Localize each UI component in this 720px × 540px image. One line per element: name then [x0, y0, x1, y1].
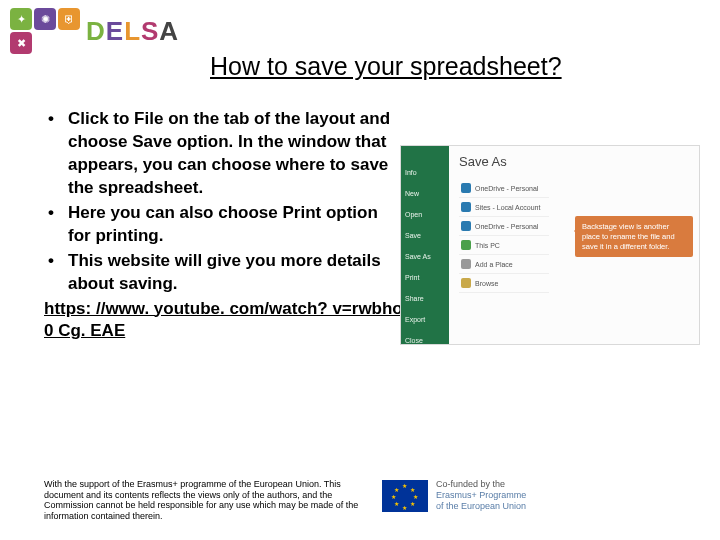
cloud-icon [461, 221, 471, 231]
star-icon: ★ [402, 504, 407, 511]
eu-cofunded-block: ★ ★ ★ ★ ★ ★ ★ ★ Co-funded by the Erasmus… [382, 479, 526, 513]
logo-letter-e: E [106, 16, 124, 46]
folder-icon [461, 278, 471, 288]
puzzle-icon: ✦ [10, 8, 32, 30]
sidebar-item-share: Share [401, 292, 449, 305]
content-block: Click to File on the tab of the layout a… [44, 108, 404, 343]
star-icon: ★ [410, 500, 415, 507]
sidebar-item-new: New [401, 187, 449, 200]
disclaimer-text: With the support of the Erasmus+ program… [44, 479, 364, 522]
save-entry-thispc: This PC [459, 236, 549, 255]
logo-letter-l: L [124, 16, 141, 46]
save-entry-label: Add a Place [475, 261, 513, 268]
excel-sidebar: Info New Open Save Save As Print Share E… [401, 146, 449, 344]
sidebar-item-print: Print [401, 271, 449, 284]
bullet-2: Here you can also choose Print option fo… [44, 202, 404, 248]
logo-text: DELSA [86, 16, 179, 47]
star-icon: ★ [391, 493, 396, 500]
sidebar-item-export: Export [401, 313, 449, 326]
excel-save-as-screenshot: Info New Open Save Save As Print Share E… [400, 145, 700, 345]
backstage-callout: Backstage view is another place to renam… [575, 216, 693, 257]
star-icon: ★ [402, 482, 407, 489]
save-entry-label: OneDrive - Personal [475, 223, 538, 230]
save-entry-label: Browse [475, 280, 498, 287]
youtube-link[interactable]: https: //www. youtube. com/watch? v=rwbh… [44, 298, 404, 344]
save-entry-onedrive2: OneDrive - Personal [459, 217, 549, 236]
star-icon: ★ [394, 486, 399, 493]
star-icon: ★ [413, 493, 418, 500]
save-entry-label: OneDrive - Personal [475, 185, 538, 192]
eu-text: Co-funded by the Erasmus+ Programme of t… [436, 479, 526, 513]
bulb-icon: ✺ [34, 8, 56, 30]
save-locations: OneDrive - Personal Sites - Local Accoun… [459, 179, 549, 293]
save-entry-sites: Sites - Local Account [459, 198, 549, 217]
plus-icon [461, 259, 471, 269]
eu-flag-icon: ★ ★ ★ ★ ★ ★ ★ ★ [382, 480, 428, 512]
logo-tiles: ✦ ✺ ⛨ ✖ [10, 8, 80, 54]
sidebar-item-save: Save [401, 229, 449, 242]
bullet-3: This website will give you more details … [44, 250, 404, 296]
delsa-logo: ✦ ✺ ⛨ ✖ DELSA [10, 8, 179, 54]
chain-icon: ✖ [10, 32, 32, 54]
sidebar-item-close: Close [401, 334, 449, 347]
save-entry-browse: Browse [459, 274, 549, 293]
save-as-heading: Save As [459, 154, 689, 169]
cloud-icon [461, 183, 471, 193]
bullet-1: Click to File on the tab of the layout a… [44, 108, 404, 200]
sidebar-item-saveas: Save As [401, 250, 449, 263]
star-icon: ★ [394, 500, 399, 507]
eu-line3: of the European Union [436, 501, 526, 512]
sidebar-item-info: Info [401, 166, 449, 179]
save-entry-onedrive: OneDrive - Personal [459, 179, 549, 198]
logo-letter-d: D [86, 16, 106, 46]
save-entry-label: This PC [475, 242, 500, 249]
logo-letter-a: A [159, 16, 179, 46]
sidebar-item-open: Open [401, 208, 449, 221]
save-entry-addplace: Add a Place [459, 255, 549, 274]
logo-letter-s: S [141, 16, 159, 46]
footer: With the support of the Erasmus+ program… [44, 479, 684, 522]
star-icon: ★ [410, 486, 415, 493]
save-entry-label: Sites - Local Account [475, 204, 540, 211]
pc-icon [461, 240, 471, 250]
excel-main-panel: Save As OneDrive - Personal Sites - Loca… [449, 146, 699, 344]
shield-icon: ⛨ [58, 8, 80, 30]
eu-line1: Co-funded by the [436, 479, 526, 490]
page-title: How to save your spreadsheet? [210, 52, 562, 81]
cloud-icon [461, 202, 471, 212]
eu-line2: Erasmus+ Programme [436, 490, 526, 501]
